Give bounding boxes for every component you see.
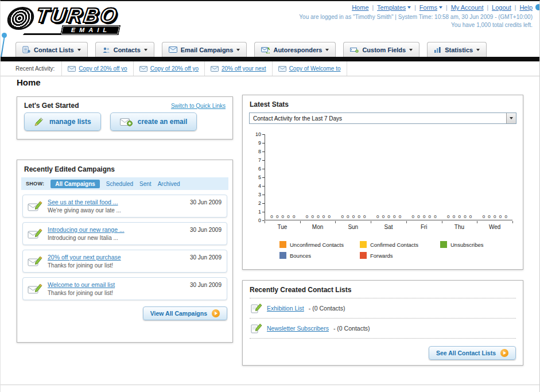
envelope-pencil-icon — [28, 227, 42, 240]
campaign-date: 30 Jun 2009 — [190, 282, 222, 288]
nav-tab-contact-lists[interactable]: Contact Lists — [15, 42, 88, 57]
get-started-title: Let's Get Started — [24, 102, 79, 110]
contact-list-item[interactable]: Exhibition List - (0 Contacts) — [250, 298, 516, 318]
stats-range-value: Contact Activity for the Last 7 Days — [253, 115, 342, 122]
stats-range-select[interactable]: Contact Activity for the Last 7 Days — [249, 112, 516, 124]
legend-label: Confirmed Contacts — [370, 242, 418, 248]
chart-y-tick: 8 — [258, 149, 265, 154]
chart-x-tick-mark — [477, 221, 477, 223]
recent-activity-item[interactable]: Copy of 20% off yo — [133, 61, 204, 76]
chevron-down-icon — [325, 49, 329, 51]
chevron-down-icon — [476, 49, 480, 51]
campaign-list-item[interactable]: Welcome to our email list Thanks for joi… — [22, 277, 227, 300]
tab-sent[interactable]: Sent — [139, 181, 151, 187]
top-link-help[interactable]: Help — [519, 4, 533, 11]
arrow-circle-icon — [212, 309, 220, 317]
envelope-plus-icon — [120, 118, 133, 126]
chart-y-tick: 1 — [258, 209, 265, 215]
campaign-list-item[interactable]: 20% off your next purchase Thanks for jo… — [22, 250, 227, 273]
contact-list-link[interactable]: Exhibition List — [267, 305, 304, 312]
manage-lists-label: manage lists — [49, 118, 91, 126]
tab-all-campaigns[interactable]: All Campaigns — [50, 180, 99, 188]
chart-value-group: 0 0 0 0 0 — [336, 214, 371, 219]
view-all-campaigns-button[interactable]: View All Campaigns — [143, 306, 227, 320]
top-link-logout[interactable]: Logout — [492, 4, 511, 11]
recent-activity-item[interactable]: Copy of Welcome to — [272, 61, 347, 76]
campaign-title-link[interactable]: Introducing our new range ... — [48, 226, 125, 233]
legend-label: Unsubscribes — [450, 242, 484, 248]
nav-tab-label: Email Campaigns — [181, 46, 234, 53]
email-icon — [139, 66, 147, 72]
select-arrow[interactable] — [506, 113, 516, 123]
campaign-subtitle: Thanks for joining our list! — [48, 262, 121, 269]
chart-x-tick-label: Sat — [371, 224, 406, 230]
manage-lists-button[interactable]: manage lists — [24, 112, 101, 131]
campaign-title-link[interactable]: Welcome to our email list — [48, 281, 115, 288]
show-label: SHOW: — [26, 181, 44, 187]
envelope-pencil-icon — [28, 255, 42, 267]
recent-activity-item[interactable]: Copy of 20% off yo — [61, 61, 133, 76]
legend-swatch — [440, 241, 447, 248]
nav-tab-custom-fields[interactable]: Custom Fields — [343, 42, 419, 57]
tab-scheduled[interactable]: Scheduled — [106, 181, 133, 187]
campaign-date: 30 Jun 2009 — [190, 227, 222, 233]
recent-activity-item[interactable]: 20% off your next — [204, 61, 272, 76]
recent-activity-link[interactable]: Copy of 20% off yo — [79, 65, 127, 72]
chart-value-group: 0 0 0 0 0 — [371, 214, 407, 219]
tab-archived[interactable]: Archived — [158, 181, 180, 187]
create-email-button[interactable]: create an email — [110, 112, 197, 131]
legend-item: Unsubscribes — [440, 241, 520, 248]
see-all-contact-lists-label: See All Contact Lists — [436, 350, 496, 356]
list-pencil-icon — [251, 303, 262, 313]
nav-tab-email-campaigns[interactable]: Email Campaigns — [162, 42, 247, 57]
contact-list-item[interactable]: Newsletter Subscribers - (0 Contacts) — [250, 318, 516, 339]
logo-title: TURBO — [34, 3, 120, 28]
see-all-contact-lists-button[interactable]: See All Contact Lists — [429, 346, 516, 360]
contact-list-link[interactable]: Newsletter Subscribers — [267, 325, 329, 332]
nav-tab-contacts[interactable]: Contacts — [95, 42, 154, 57]
chevron-down-icon — [236, 49, 240, 51]
legend-swatch — [360, 241, 367, 248]
campaign-title-link[interactable]: See us at the retail food ... — [48, 199, 121, 205]
top-link-home[interactable]: Home — [352, 4, 368, 11]
top-link-templates[interactable]: Templates — [377, 4, 406, 11]
switch-to-quick-links[interactable]: Switch to Quick Links — [171, 103, 226, 109]
nav-tab-label: Contacts — [114, 46, 141, 53]
campaign-subtitle: We're giving away our late ... — [48, 207, 121, 214]
chart-y-tick: 5 — [258, 174, 265, 180]
campaign-list-item[interactable]: Introducing our new range ... Introducin… — [22, 222, 227, 245]
chevron-down-icon — [144, 49, 147, 51]
recent-activity-link[interactable]: 20% off your next — [222, 65, 266, 72]
legend-label: Forwards — [370, 253, 393, 259]
nav-tab-statistics[interactable]: Statistics — [427, 42, 487, 57]
campaign-list-item[interactable]: See us at the retail food ... We're givi… — [22, 195, 227, 218]
recent-activity-link[interactable]: Copy of Welcome to — [289, 65, 341, 72]
chevron-down-icon — [77, 49, 81, 51]
chart-y-axis: 109876543210 — [252, 134, 265, 220]
legend-swatch — [279, 241, 286, 248]
chart-value-group: 0 0 0 0 0 — [442, 214, 477, 219]
email-icon — [211, 66, 219, 72]
logo-subtitle: EMAIL — [60, 25, 121, 35]
chevron-down-icon — [409, 49, 413, 51]
chart-value-group: 0 0 0 0 0 — [265, 214, 301, 219]
legend-item: Forwards — [360, 252, 440, 259]
chart-x-tick-label: Wed — [477, 224, 512, 230]
chart-x-tick-mark — [265, 221, 265, 223]
envelope-pencil-icon — [28, 200, 42, 212]
chart-x-tick-label: Fri — [406, 224, 442, 230]
statistics-icon — [434, 46, 441, 53]
email-icon — [68, 66, 76, 72]
nav-tab-autoresponders[interactable]: Autoresponders — [254, 42, 336, 57]
campaign-title-link[interactable]: 20% off your next purchase — [48, 254, 121, 261]
create-email-label: create an email — [138, 118, 188, 126]
recent-activity-link[interactable]: Copy of 20% off yo — [150, 65, 199, 72]
chevron-down-icon — [407, 6, 411, 9]
nav-tab-label: Autoresponders — [273, 46, 322, 53]
top-link-forms[interactable]: Forms — [419, 4, 437, 11]
chart-y-tick: 2 — [258, 200, 265, 206]
top-nav: Home Templates Forms My Account Logout H… — [299, 4, 533, 11]
chart-x-tick-mark — [371, 221, 371, 223]
legend-label: Bounces — [290, 253, 311, 259]
top-link-my-account[interactable]: My Account — [451, 4, 484, 11]
